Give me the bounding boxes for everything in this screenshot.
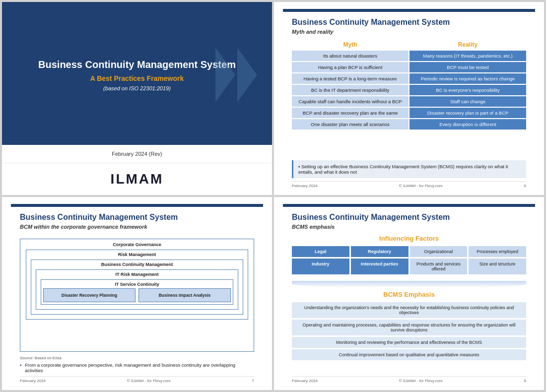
myth-cell-5: Capable staff can handle incidents witho…: [292, 96, 409, 107]
influence-row1: Legal Regulatory Organizational Processe…: [292, 246, 526, 257]
inf-interested: Interested parties: [351, 259, 409, 274]
myth-cell-7: One disaster plan meets all scenarios: [292, 119, 409, 130]
myth-cell-3: Having a tested BCP is a long-term measu…: [292, 73, 409, 84]
footer-date: February 2024: [20, 379, 46, 383]
chevron-2: [237, 48, 257, 102]
gov-inner-boxes: Disaster Recovery Planning Business Impa…: [43, 288, 231, 302]
bcms-row-1: Understanding the organization's needs a…: [292, 302, 526, 318]
gov-level5: IT Service Continuity: [43, 282, 231, 287]
reality-cell-5: Staff can change: [410, 96, 526, 107]
footer-copy: © ILMAM - for Flevy.com: [399, 184, 443, 188]
myth-cell-6: BCP and disaster recovery plan are the s…: [292, 108, 409, 118]
reality-cell-6: Disaster recovery plan is part of a BCP: [410, 108, 526, 118]
slide4-subtitle: BCMS emphasis: [292, 224, 526, 230]
slide3-title: Business Continuity Management System: [20, 213, 254, 222]
bcms-emphasis-section: BCMS Emphasis Understanding the organiza…: [292, 291, 526, 373]
wave-divider: [292, 281, 526, 288]
inf-processes: Processes employed: [469, 246, 526, 257]
slide1-title: Business Continuity Management System: [38, 59, 236, 70]
myth-cell-2: Having a plan BCP is sufficient: [292, 62, 409, 72]
slide2-subtitle: Myth and reality: [292, 29, 526, 35]
slide3-bullet: From a corporate governance perspective,…: [20, 362, 254, 373]
footer-date: February 2024: [292, 379, 318, 383]
slide-3: Business Continuity Management System BC…: [2, 197, 272, 390]
inf-regulatory: Regulatory: [351, 246, 409, 257]
influence-section: Influencing Factors Legal Regulatory Org…: [292, 235, 526, 276]
reality-cell-4: BC is everyone's responsibility: [410, 85, 526, 95]
chevron-decoration: [215, 48, 257, 102]
gov-box-risk: Risk Management Business Continuity Mana…: [26, 250, 248, 320]
myth-header: Myth: [292, 40, 409, 50]
reality-cell-7: Every disruption is different: [410, 119, 526, 130]
reality-header: Reality: [410, 40, 526, 50]
reality-cell-3: Periodic review is required as factors c…: [410, 73, 526, 84]
footer-page: 8: [524, 379, 526, 383]
influence-row2: Industry Interested parties Products and…: [292, 259, 526, 274]
gov-box-itservice: IT Service Continuity Disaster Recovery …: [41, 279, 233, 305]
inf-organizational: Organizational: [410, 246, 468, 257]
myth-table: Myth Reality Its about natural disasters…: [292, 40, 526, 130]
source-line: Source: Based on Erisa: [20, 356, 254, 360]
reality-cell-1: Many reasons (IT threats, pandemics, etc…: [410, 51, 526, 61]
footer-copy: © ILMAM - for Flevy.com: [399, 379, 443, 383]
reality-cell-2: BCP must be tested: [410, 62, 526, 72]
gov-drp-box: Disaster Recovery Planning: [43, 288, 136, 302]
footer-page: 7: [252, 379, 254, 383]
inf-legal: Legal: [292, 246, 349, 257]
slide1-logo: ILMAM: [2, 163, 272, 195]
gov-diagram: Corporate Governance Risk Management Bus…: [20, 239, 254, 352]
slide3-subtitle: BCM within the corporate governance fram…: [20, 224, 254, 230]
myth-cell-4: BC is the IT department responsibility: [292, 85, 409, 95]
gov-box-itriskmgmt: IT Risk Management IT Service Continuity…: [36, 269, 238, 310]
bcms-row-4: Continual improvement based on qualitati…: [292, 349, 526, 360]
chevron-1: [215, 48, 235, 102]
gov-bia-box: Business Impact Analysis: [138, 288, 231, 302]
bcms-row-3: Monitoring and reviewing the performance…: [292, 337, 526, 348]
slide2-footer: February 2024 © ILMAM - for Flevy.com 6: [292, 181, 526, 188]
slide-2: Business Continuity Management System My…: [274, 2, 544, 195]
hero-section: Business Continuity Management System A …: [2, 5, 272, 145]
slide4-title: Business Continuity Management System: [292, 213, 526, 222]
myth-cell-1: Its about natural disasters: [292, 51, 409, 61]
footer-copy: © ILMAM - for Flevy.com: [127, 379, 171, 383]
influencing-heading: Influencing Factors: [292, 235, 526, 242]
gov-level1: Corporate Governance: [23, 242, 251, 247]
gov-box-bcm: Business Continuity Management IT Risk M…: [31, 260, 243, 315]
slide-1: Business Continuity Management System A …: [2, 2, 272, 195]
footer-page: 6: [524, 184, 526, 188]
slide1-based: (based on ISO 22301:2019): [103, 85, 171, 91]
slide-4: Business Continuity Management System BC…: [274, 197, 544, 390]
inf-industry: Industry: [292, 259, 349, 274]
bcms-row-2: Operating and maintaining processes, cap…: [292, 320, 526, 335]
slide2-note-text: Setting up an effective Business Continu…: [298, 164, 508, 175]
slide2-note: ▪ Setting up an effective Business Conti…: [292, 160, 526, 178]
gov-level3: Business Continuity Management: [33, 262, 241, 267]
bcms-heading: BCMS Emphasis: [292, 291, 526, 298]
inf-products: Products and services offered: [410, 259, 468, 274]
slide1-date: February 2024 (Rev): [2, 145, 272, 163]
slide2-title: Business Continuity Management System: [292, 18, 526, 27]
slide3-footer: February 2024 © ILMAM - for Flevy.com 7: [20, 376, 254, 383]
slide1-subtitle: A Best Practices Framework: [90, 74, 184, 82]
inf-size: Size and structure: [469, 259, 526, 274]
footer-date: February 2024: [292, 184, 318, 188]
gov-level4: IT Risk Management: [38, 272, 236, 277]
gov-level2: Risk Management: [28, 252, 246, 257]
slide4-footer: February 2024 © ILMAM - for Flevy.com 8: [292, 376, 526, 383]
